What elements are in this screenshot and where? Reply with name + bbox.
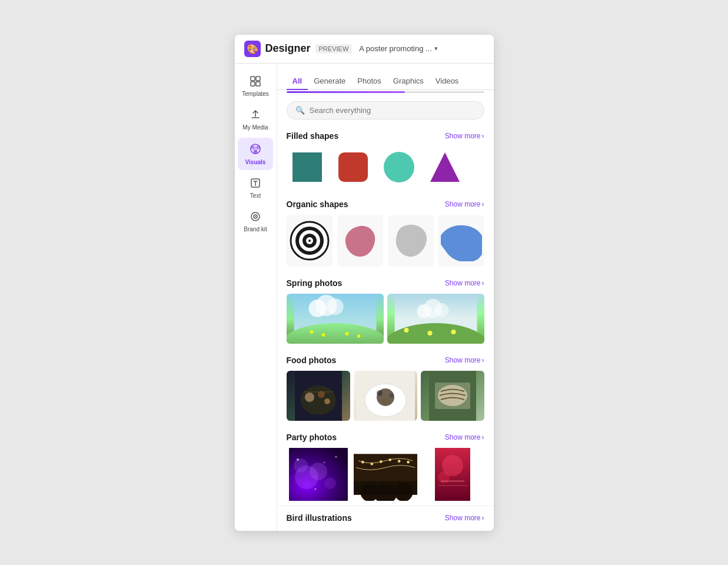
organic-shapes-title: Organic shapes bbox=[287, 200, 348, 209]
brand-kit-icon bbox=[250, 211, 261, 224]
svg-point-39 bbox=[404, 328, 408, 333]
svg-point-40 bbox=[427, 331, 432, 335]
filled-shapes-header: Filled shapes Show more › bbox=[287, 131, 484, 141]
organic-shapes-row bbox=[287, 215, 484, 267]
svg-point-53 bbox=[381, 398, 390, 404]
svg-rect-76 bbox=[354, 481, 417, 494]
search-bar[interactable]: 🔍 bbox=[287, 101, 484, 119]
food-photo-3[interactable] bbox=[421, 371, 484, 421]
svg-point-52 bbox=[389, 393, 394, 398]
party-photo-1[interactable] bbox=[287, 448, 350, 501]
sidebar-item-my-media[interactable]: My Media bbox=[238, 104, 273, 135]
visuals-label: Visuals bbox=[245, 159, 266, 165]
spring-photos-header: Spring photos Show more › bbox=[287, 278, 484, 288]
organic-target[interactable] bbox=[287, 215, 333, 267]
svg-rect-15 bbox=[292, 152, 322, 182]
svg-text:🎨: 🎨 bbox=[247, 44, 258, 55]
party-photo-3[interactable] bbox=[421, 448, 484, 501]
spring-photo-2[interactable] bbox=[387, 294, 484, 344]
spring-photos-row bbox=[287, 294, 484, 344]
tab-videos[interactable]: Videos bbox=[430, 73, 465, 90]
svg-point-10 bbox=[254, 150, 257, 154]
tab-all[interactable]: All bbox=[287, 73, 308, 90]
spring-photos-show-more[interactable]: Show more › bbox=[445, 279, 484, 287]
svg-rect-47 bbox=[304, 391, 333, 393]
svg-point-14 bbox=[255, 216, 256, 217]
food-photo-1[interactable] bbox=[287, 371, 350, 421]
templates-label: Templates bbox=[242, 91, 269, 97]
organic-shapes-section: Organic shapes Show more › bbox=[277, 192, 494, 271]
tab-graphics[interactable]: Graphics bbox=[387, 73, 430, 90]
svg-point-17 bbox=[384, 152, 414, 182]
svg-point-46 bbox=[324, 398, 330, 404]
svg-point-56 bbox=[438, 385, 467, 406]
svg-point-9 bbox=[257, 145, 260, 149]
food-photo-2[interactable] bbox=[354, 371, 417, 421]
shape-teal-square[interactable] bbox=[287, 147, 328, 188]
filled-shapes-title: Filled shapes bbox=[287, 131, 339, 141]
svg-rect-80 bbox=[441, 480, 464, 482]
party-photos-show-more[interactable]: Show more › bbox=[445, 433, 484, 441]
svg-point-68 bbox=[370, 462, 373, 465]
sidebar-item-text[interactable]: Text bbox=[238, 172, 273, 204]
svg-point-59 bbox=[310, 463, 327, 480]
svg-point-72 bbox=[407, 460, 410, 463]
search-input[interactable] bbox=[310, 106, 476, 115]
shape-teal-circle[interactable] bbox=[378, 147, 420, 188]
svg-point-65 bbox=[314, 488, 316, 490]
svg-rect-81 bbox=[438, 485, 467, 486]
shape-red-rounded-square[interactable] bbox=[333, 147, 374, 188]
bird-illustrations-header: Bird illustrations Show more › bbox=[287, 513, 484, 523]
filled-shapes-row bbox=[287, 147, 484, 188]
svg-point-31 bbox=[321, 333, 325, 337]
svg-point-67 bbox=[361, 460, 364, 463]
prompt-button[interactable]: A poster promoting ... ▾ bbox=[359, 44, 438, 53]
filled-shapes-show-more[interactable]: Show more › bbox=[445, 132, 484, 140]
svg-point-70 bbox=[388, 458, 391, 461]
svg-rect-4 bbox=[251, 82, 255, 86]
chevron-right-icon: › bbox=[482, 279, 484, 287]
my-media-label: My Media bbox=[242, 124, 268, 131]
svg-point-69 bbox=[379, 460, 382, 463]
app-container: 🎨 Designer PREVIEW A poster promoting ..… bbox=[235, 35, 494, 531]
party-photos-header: Party photos Show more › bbox=[287, 433, 484, 442]
tabs-bar: All Generate Photos Graphics Videos bbox=[277, 64, 494, 90]
search-icon: 🔍 bbox=[295, 106, 305, 115]
svg-point-41 bbox=[451, 330, 456, 334]
svg-rect-2 bbox=[251, 77, 255, 81]
svg-point-71 bbox=[397, 460, 400, 463]
text-label: Text bbox=[250, 192, 261, 199]
shape-purple-triangle[interactable] bbox=[424, 147, 466, 188]
organic-pink-blob[interactable] bbox=[337, 215, 383, 267]
tab-generate[interactable]: Generate bbox=[308, 73, 351, 90]
sidebar-item-visuals[interactable]: Visuals bbox=[238, 138, 273, 170]
svg-point-24 bbox=[308, 240, 311, 242]
header: 🎨 Designer PREVIEW A poster promoting ..… bbox=[235, 35, 494, 64]
organic-blue-blob[interactable] bbox=[438, 215, 484, 267]
party-photos-title: Party photos bbox=[287, 433, 337, 442]
spring-photo-1[interactable] bbox=[287, 294, 384, 344]
designer-logo: 🎨 bbox=[244, 41, 261, 57]
sidebar: Templates My Media bbox=[235, 64, 277, 531]
sidebar-item-templates[interactable]: Templates bbox=[238, 71, 273, 102]
tab-photos[interactable]: Photos bbox=[351, 73, 387, 90]
party-photos-row bbox=[287, 448, 484, 501]
bird-illustrations-section: Bird illustrations Show more › bbox=[277, 506, 494, 531]
svg-rect-16 bbox=[338, 152, 368, 182]
sidebar-item-brand-kit[interactable]: Brand kit bbox=[238, 206, 273, 237]
party-photo-2[interactable] bbox=[354, 448, 417, 501]
templates-icon bbox=[250, 75, 261, 89]
food-photos-show-more[interactable]: Show more › bbox=[445, 356, 484, 364]
svg-marker-18 bbox=[430, 152, 460, 182]
organic-shapes-header: Organic shapes Show more › bbox=[287, 200, 484, 209]
bird-illustrations-title: Bird illustrations bbox=[287, 513, 352, 523]
preview-badge: PREVIEW bbox=[315, 44, 353, 54]
svg-rect-3 bbox=[256, 77, 260, 81]
svg-point-62 bbox=[297, 458, 299, 461]
organic-shapes-show-more[interactable]: Show more › bbox=[445, 200, 484, 208]
bird-illustrations-show-more[interactable]: Show more › bbox=[445, 514, 484, 522]
organic-gray-blob[interactable] bbox=[388, 215, 434, 267]
chevron-right-icon: › bbox=[482, 514, 484, 522]
svg-point-30 bbox=[310, 330, 313, 334]
chevron-down-icon: ▾ bbox=[434, 45, 438, 52]
